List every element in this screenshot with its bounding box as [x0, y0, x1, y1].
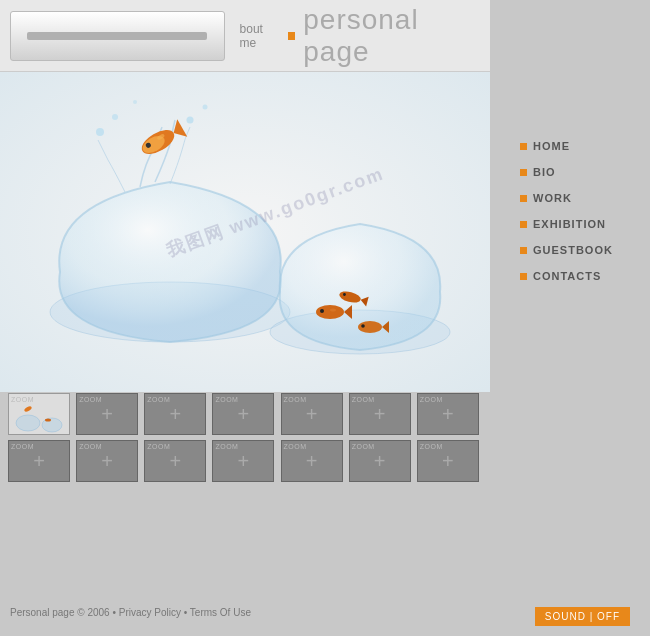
thumbnail[interactable]: zoom + — [144, 393, 206, 435]
thumb-zoom-label: zoom — [11, 396, 34, 403]
thumb-zoom-label: zoom — [11, 443, 34, 450]
nav-label: WORK — [533, 192, 572, 204]
svg-point-16 — [330, 309, 336, 312]
thumbnail[interactable]: zoom + — [281, 440, 343, 482]
thumb-plus-icon: + — [169, 403, 181, 426]
thumb-plus-icon: + — [101, 450, 113, 473]
nav-label: CONTACTS — [533, 270, 601, 282]
footer: Personal page © 2006 • Privacy Policy • … — [10, 607, 251, 618]
thumb-plus-icon: + — [442, 450, 454, 473]
footer-text: Personal page © 2006 • Privacy Policy • … — [10, 607, 251, 618]
svg-point-2 — [96, 128, 104, 136]
thumb-zoom-label: zoom — [79, 396, 102, 403]
nav-bullet-icon — [520, 169, 527, 176]
nav-item-guestbook[interactable]: GUESTBOOK — [520, 244, 630, 256]
thumb-plus-icon: + — [306, 403, 318, 426]
main-image — [0, 72, 490, 392]
nav-bullet-icon — [520, 195, 527, 202]
thumbnail[interactable]: zoom + — [417, 393, 479, 435]
thumbnail[interactable]: zoom + — [8, 440, 70, 482]
thumbnail[interactable]: zoom + — [144, 440, 206, 482]
header: bout me personal page — [0, 0, 490, 72]
navigation: HOME BIO WORK EXHIBITION GUESTBOOK CONTA… — [520, 140, 630, 296]
thumb-plus-icon: + — [442, 403, 454, 426]
svg-point-3 — [112, 114, 118, 120]
thumb-zoom-label: zoom — [79, 443, 102, 450]
thumbnail-active[interactable]: zoom — [8, 393, 70, 435]
svg-point-15 — [320, 309, 324, 313]
thumbnail[interactable]: zoom + — [281, 393, 343, 435]
nav-label: BIO — [533, 166, 556, 178]
thumb-zoom-label: zoom — [147, 443, 170, 450]
logo-area — [10, 11, 225, 61]
nav-item-bio[interactable]: BIO — [520, 166, 630, 178]
thumb-zoom-label: zoom — [215, 443, 238, 450]
nav-label: HOME — [533, 140, 570, 152]
orange-dot-icon — [288, 32, 295, 40]
nav-item-work[interactable]: WORK — [520, 192, 630, 204]
header-title-area: bout me personal page — [240, 4, 480, 68]
thumbnail[interactable]: zoom + — [349, 393, 411, 435]
thumb-plus-icon: + — [33, 450, 45, 473]
svg-point-5 — [203, 105, 208, 110]
thumbnail[interactable]: zoom + — [212, 393, 274, 435]
thumbnail[interactable]: zoom + — [212, 440, 274, 482]
thumb-zoom-label: zoom — [284, 396, 307, 403]
svg-point-6 — [133, 100, 137, 104]
thumb-zoom-label: zoom — [420, 443, 443, 450]
svg-point-4 — [187, 117, 194, 124]
nav-bullet-icon — [520, 247, 527, 254]
nav-bullet-icon — [520, 143, 527, 150]
thumb-plus-icon: + — [374, 403, 386, 426]
thumb-plus-icon: + — [238, 450, 250, 473]
thumb-plus-icon: + — [238, 403, 250, 426]
thumbnail[interactable]: zoom + — [76, 393, 138, 435]
thumb-zoom-label: zoom — [352, 396, 375, 403]
about-me-text: bout me — [240, 22, 280, 50]
thumbnail[interactable]: zoom + — [417, 440, 479, 482]
thumbnail[interactable]: zoom + — [349, 440, 411, 482]
nav-item-contacts[interactable]: CONTACTS — [520, 270, 630, 282]
sound-button-label: SOUND | OFF — [545, 611, 620, 622]
thumb-zoom-label: zoom — [352, 443, 375, 450]
nav-bullet-icon — [520, 221, 527, 228]
svg-point-13 — [316, 305, 344, 319]
thumb-zoom-label: zoom — [147, 396, 170, 403]
logo-bar — [27, 32, 207, 40]
sound-button[interactable]: SOUND | OFF — [535, 607, 630, 626]
thumbnails-row2: zoom + zoom + zoom + zoom + zoom + zoom … — [0, 440, 490, 482]
thumb-plus-icon: + — [306, 450, 318, 473]
thumbnail[interactable]: zoom + — [76, 440, 138, 482]
thumb-zoom-label: zoom — [215, 396, 238, 403]
thumb-plus-icon: + — [101, 403, 113, 426]
thumb-zoom-label: zoom — [284, 443, 307, 450]
svg-point-27 — [45, 419, 51, 422]
nav-label: EXHIBITION — [533, 218, 606, 230]
nav-label: GUESTBOOK — [533, 244, 613, 256]
nav-item-home[interactable]: HOME — [520, 140, 630, 152]
page-title: personal page — [303, 4, 480, 68]
nav-item-exhibition[interactable]: EXHIBITION — [520, 218, 630, 230]
nav-bullet-icon — [520, 273, 527, 280]
svg-point-25 — [42, 418, 62, 432]
thumb-plus-icon: + — [374, 450, 386, 473]
thumbnails-row1: zoom zoom + zoom + zoom + zoom + zoom + … — [0, 393, 490, 435]
thumb-plus-icon: + — [169, 450, 181, 473]
fish-scene — [0, 72, 490, 392]
svg-point-19 — [361, 324, 365, 328]
svg-point-24 — [16, 415, 40, 431]
thumb-zoom-label: zoom — [420, 396, 443, 403]
